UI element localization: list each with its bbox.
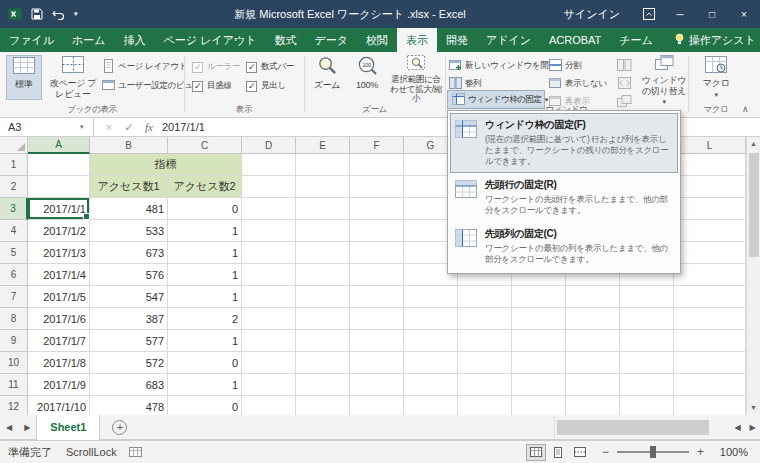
cell-D1[interactable]: [242, 154, 296, 176]
new-window-button[interactable]: 新しいウィンドウを開く: [449, 57, 557, 74]
cell-D12[interactable]: [242, 396, 296, 415]
cell-F8[interactable]: [350, 308, 404, 330]
sheet-nav-right[interactable]: ▶: [18, 423, 36, 432]
cell-E3[interactable]: [296, 198, 350, 220]
row-header-12[interactable]: 12: [0, 396, 28, 415]
name-box-dropdown[interactable]: ▾: [80, 118, 84, 136]
column-header-B[interactable]: B: [90, 137, 168, 154]
column-header-A[interactable]: A: [28, 137, 90, 154]
synchronous-scrolling-button[interactable]: [617, 75, 632, 92]
cell-J9[interactable]: [566, 330, 620, 352]
row-header-6[interactable]: 6: [0, 264, 28, 286]
cell-G12[interactable]: [404, 396, 458, 415]
page-layout-view-shortcut-button[interactable]: [548, 444, 568, 461]
cell-D11[interactable]: [242, 374, 296, 396]
cell-J12[interactable]: [566, 396, 620, 415]
cell-I12[interactable]: [512, 396, 566, 415]
zoom-slider-thumb[interactable]: [650, 446, 656, 458]
cell-B1[interactable]: 指標: [90, 154, 242, 176]
column-header-L[interactable]: L: [674, 137, 746, 154]
row-header-9[interactable]: 9: [0, 330, 28, 352]
cell-C3[interactable]: 0: [168, 198, 242, 220]
cell-E8[interactable]: [296, 308, 350, 330]
macros-button[interactable]: マクロ ▾: [694, 55, 738, 102]
column-header-F[interactable]: F: [350, 137, 404, 154]
cell-L4[interactable]: [674, 220, 746, 242]
cell-A11[interactable]: 2017/1/9: [28, 374, 90, 396]
cell-A6[interactable]: 2017/1/4: [28, 264, 90, 286]
sign-in-button[interactable]: サインイン: [550, 0, 634, 28]
cell-E6[interactable]: [296, 264, 350, 286]
save-button[interactable]: [31, 8, 43, 20]
cell-H11[interactable]: [458, 374, 512, 396]
ribbon-display-options-button[interactable]: [634, 0, 664, 28]
cell-L10[interactable]: [674, 352, 746, 374]
cell-C12[interactable]: 0: [168, 396, 242, 415]
tell-me-box[interactable]: 操作アシスト: [674, 28, 756, 52]
collapse-ribbon-button[interactable]: ∧: [742, 104, 749, 114]
tab-home[interactable]: ホーム: [63, 28, 115, 52]
cell-D5[interactable]: [242, 242, 296, 264]
cell-D7[interactable]: [242, 286, 296, 308]
cell-F12[interactable]: [350, 396, 404, 415]
menu-item-freeze-panes[interactable]: ウィンドウ枠の固定(F) (現在の選択範囲に基づいて) 行および列を表示したまま…: [450, 113, 678, 173]
cell-A3[interactable]: 2017/1/1: [28, 198, 90, 220]
tab-view[interactable]: 表示: [397, 28, 437, 52]
cell-L2[interactable]: [674, 176, 746, 198]
menu-item-freeze-first-column[interactable]: 先頭列の固定(C) ワークシートの最初の列を表示したままで、他の部分をスクロール…: [450, 222, 678, 271]
cell-G10[interactable]: [404, 352, 458, 374]
tab-file[interactable]: ファイル: [0, 28, 63, 52]
cell-L12[interactable]: [674, 396, 746, 415]
tab-review[interactable]: 校閲: [357, 28, 397, 52]
cell-K9[interactable]: [620, 330, 674, 352]
tab-developer[interactable]: 開発: [437, 28, 477, 52]
cell-D3[interactable]: [242, 198, 296, 220]
tab-page-layout[interactable]: ページ レイアウト: [155, 28, 266, 52]
tab-team[interactable]: チーム: [610, 28, 662, 52]
cell-J11[interactable]: [566, 374, 620, 396]
cell-L8[interactable]: [674, 308, 746, 330]
cell-C6[interactable]: 1: [168, 264, 242, 286]
row-header-2[interactable]: 2: [0, 176, 28, 198]
hide-window-button[interactable]: 表示しない: [549, 75, 607, 92]
cell-J8[interactable]: [566, 308, 620, 330]
cell-F11[interactable]: [350, 374, 404, 396]
page-layout-view-button[interactable]: ページ レイアウト: [102, 58, 187, 75]
vertical-scrollbar-thumb[interactable]: [749, 153, 759, 257]
cell-H10[interactable]: [458, 352, 512, 374]
normal-view-button[interactable]: 標準: [6, 55, 42, 100]
tab-add-ins[interactable]: アドイン: [477, 28, 540, 52]
cell-B5[interactable]: 673: [90, 242, 168, 264]
headings-checkbox[interactable]: ✓ 見出し: [246, 80, 286, 92]
cell-I11[interactable]: [512, 374, 566, 396]
cell-E12[interactable]: [296, 396, 350, 415]
zoom-in-button[interactable]: +: [697, 445, 704, 459]
cell-E11[interactable]: [296, 374, 350, 396]
formula-input[interactable]: 2017/1/1: [162, 118, 205, 136]
cell-G8[interactable]: [404, 308, 458, 330]
cell-D2[interactable]: [242, 176, 296, 198]
cell-H9[interactable]: [458, 330, 512, 352]
insert-function-button[interactable]: fx: [140, 118, 158, 137]
sheet-nav-left[interactable]: ◀: [0, 423, 18, 432]
cell-J10[interactable]: [566, 352, 620, 374]
cell-L7[interactable]: [674, 286, 746, 308]
cell-B9[interactable]: 577: [90, 330, 168, 352]
row-header-8[interactable]: 8: [0, 308, 28, 330]
page-break-view-shortcut-button[interactable]: [570, 444, 590, 461]
cell-B11[interactable]: 683: [90, 374, 168, 396]
cell-C2[interactable]: アクセス数2: [168, 176, 242, 198]
cell-E4[interactable]: [296, 220, 350, 242]
scroll-down-arrow[interactable]: ▼: [747, 401, 760, 415]
column-header-D[interactable]: D: [242, 137, 296, 154]
cell-F7[interactable]: [350, 286, 404, 308]
formula-bar-checkbox[interactable]: ✓ 数式バー: [246, 61, 294, 73]
cell-I7[interactable]: [512, 286, 566, 308]
cell-K11[interactable]: [620, 374, 674, 396]
qat-customize-button[interactable]: ▾: [74, 10, 78, 18]
zoom-level[interactable]: 100%: [708, 446, 748, 458]
cell-C4[interactable]: 1: [168, 220, 242, 242]
cell-C8[interactable]: 2: [168, 308, 242, 330]
cell-D10[interactable]: [242, 352, 296, 374]
cell-A5[interactable]: 2017/1/3: [28, 242, 90, 264]
